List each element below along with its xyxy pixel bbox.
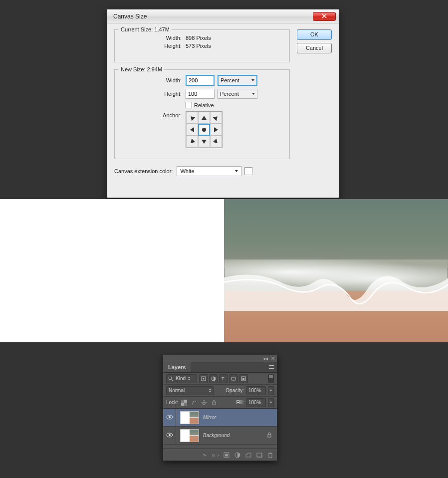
anchor-s[interactable] [198, 136, 210, 148]
anchor-se[interactable] [210, 136, 222, 148]
new-width-unit-select[interactable]: Percent [218, 75, 257, 86]
anchor-dot-icon [202, 128, 206, 132]
new-height-unit-select[interactable]: Percent [218, 89, 257, 99]
new-layer-icon[interactable] [256, 452, 263, 459]
anchor-label: Anchor: [122, 111, 186, 118]
new-size-legend: New Size: 2,94M [119, 66, 164, 72]
anchor-nw[interactable] [186, 112, 198, 124]
svg-point-0 [169, 377, 172, 380]
new-width-unit-value: Percent [221, 77, 239, 83]
blend-mode-value: Normal [169, 388, 185, 393]
extension-color-swatch[interactable] [244, 167, 252, 175]
current-width-label: Width: [122, 35, 186, 41]
canvas-preview [0, 199, 448, 342]
new-width-input[interactable] [186, 75, 215, 86]
fill-label: Fill: [236, 400, 244, 405]
layer-name: Mirror [203, 415, 216, 420]
extension-color-label: Canvas extension color: [114, 168, 177, 174]
stepper-icon [209, 389, 212, 392]
group-icon[interactable] [245, 452, 252, 459]
canvas-image-half [224, 199, 448, 342]
dialog-titlebar[interactable]: Canvas Size [107, 9, 339, 23]
filter-adjustment-icon[interactable] [209, 374, 218, 383]
extension-color-value: White [180, 168, 194, 174]
link-layers-icon[interactable] [201, 452, 208, 459]
filter-toggle[interactable] [268, 374, 274, 383]
visibility-toggle[interactable] [163, 409, 176, 426]
new-width-label: Width: [122, 77, 186, 83]
svg-point-3 [203, 378, 205, 379]
svg-rect-8 [242, 378, 244, 380]
anchor-w[interactable] [186, 124, 198, 136]
lock-all-icon[interactable] [210, 399, 218, 407]
current-size-legend: Current Size: 1,47M [119, 26, 172, 32]
eye-icon [166, 415, 173, 421]
layer-mask-icon[interactable] [223, 452, 230, 459]
panel-controls: ◂◂ ✕ [163, 355, 277, 362]
filter-type-icon[interactable]: T [219, 374, 228, 383]
svg-rect-10 [184, 403, 187, 406]
svg-rect-11 [184, 400, 187, 403]
layers-panel: ◂◂ ✕ Layers Kind T Normal Opacity: 100% [163, 354, 277, 461]
arrow-s-icon [202, 140, 207, 144]
panel-footer: fx [163, 449, 277, 461]
arrow-nw-icon [189, 115, 196, 121]
layer-style-icon[interactable]: fx [212, 452, 219, 459]
adjustment-layer-icon[interactable] [234, 452, 241, 459]
collapse-icon[interactable]: ◂◂ [263, 356, 268, 361]
anchor-e[interactable] [210, 124, 222, 136]
current-width-value: 898 Pixels [186, 35, 211, 41]
opacity-dropdown[interactable] [268, 386, 274, 395]
arrow-sw-icon [189, 139, 196, 145]
close-button[interactable] [313, 12, 336, 21]
layer-item-mirror[interactable]: Mirror [163, 409, 277, 427]
anchor-n[interactable] [198, 112, 210, 124]
blend-mode-select[interactable]: Normal [166, 386, 214, 395]
arrow-n-icon [202, 116, 207, 120]
lock-pixels-icon[interactable] [190, 399, 198, 407]
cancel-button[interactable]: Cancel [297, 43, 332, 53]
anchor-sw[interactable] [186, 136, 198, 148]
lock-transparency-icon[interactable] [180, 399, 188, 407]
ok-button[interactable]: OK [297, 29, 332, 40]
svg-rect-9 [181, 400, 184, 403]
arrow-e-icon [214, 127, 218, 132]
filter-smart-icon[interactable] [239, 374, 248, 383]
layer-name: Background [203, 433, 229, 438]
delete-layer-icon[interactable] [267, 452, 274, 459]
opacity-input[interactable]: 100% [246, 386, 266, 395]
fill-input[interactable]: 100% [246, 398, 266, 407]
svg-rect-6 [231, 377, 235, 380]
fill-dropdown[interactable] [268, 398, 274, 407]
anchor-ne[interactable] [210, 112, 222, 124]
anchor-center[interactable] [198, 124, 210, 136]
current-height-value: 573 Pixels [186, 43, 211, 49]
svg-rect-18 [268, 435, 271, 437]
lock-position-icon[interactable] [200, 399, 208, 407]
new-height-input[interactable] [186, 89, 215, 99]
new-height-unit-value: Percent [220, 91, 239, 97]
svg-text:T: T [222, 376, 224, 381]
eye-icon [166, 433, 173, 439]
chevron-down-icon [251, 79, 254, 81]
svg-text:fx: fx [212, 453, 216, 458]
extension-color-select[interactable]: White [177, 166, 241, 176]
filter-pixel-icon[interactable] [199, 374, 208, 383]
layer-thumbnail[interactable] [180, 411, 199, 424]
layers-tab[interactable]: Layers [163, 362, 191, 372]
canvas-blank-half [0, 199, 224, 342]
filter-shape-icon[interactable] [229, 374, 238, 383]
filter-kind-select[interactable]: Kind [166, 374, 197, 383]
arrow-se-icon [213, 139, 220, 145]
relative-checkbox[interactable] [186, 102, 192, 108]
svg-rect-23 [257, 453, 262, 457]
panel-close-icon[interactable]: ✕ [271, 356, 275, 361]
layer-thumbnail[interactable] [180, 429, 199, 442]
layer-item-background[interactable]: Background [163, 427, 277, 445]
svg-rect-13 [213, 402, 216, 405]
dialog-title: Canvas Size [113, 13, 147, 20]
svg-rect-12 [181, 403, 184, 406]
panel-menu-icon[interactable] [266, 365, 277, 369]
visibility-toggle[interactable] [163, 427, 176, 444]
svg-rect-24 [269, 454, 272, 458]
